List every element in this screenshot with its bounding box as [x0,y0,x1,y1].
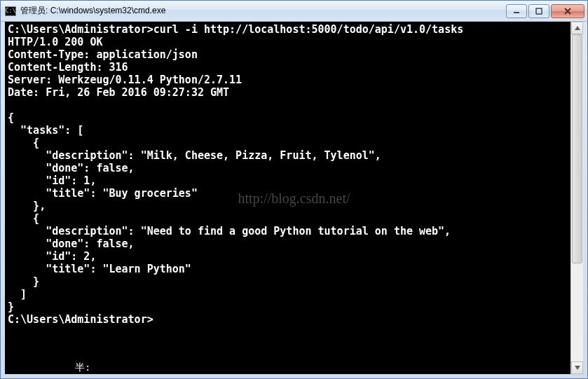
json-line: "id": 1, [8,174,96,187]
scroll-down-button[interactable] [571,361,583,374]
svg-marker-5 [575,366,580,370]
json-line: }, [8,200,46,212]
svg-rect-1 [536,8,542,14]
minimize-button[interactable] [506,4,527,18]
close-button[interactable] [551,4,584,18]
json-line: "done": false, [8,237,135,250]
json-line: } [8,301,14,313]
scrollbar-thumb[interactable] [572,34,582,263]
scroll-up-button[interactable] [571,22,583,34]
window-controls [506,4,584,18]
json-line: "title": "Buy groceries" [8,187,198,200]
cmd-window: C:\ 管理员: C:\windows\system32\cmd.exe C:\… [0,0,588,379]
json-line: { [8,212,39,225]
maximize-button[interactable] [528,4,549,18]
window-title: 管理员: C:\windows\system32\cmd.exe [20,5,506,17]
close-icon [563,8,572,15]
json-line: { [8,111,14,124]
svg-marker-4 [575,26,580,30]
json-line: "description": "Milk, Cheese, Pizza, Fru… [8,149,381,162]
json-line: "done": false, [8,162,135,174]
json-line: "tasks": [ [8,124,83,137]
vertical-scrollbar[interactable] [570,22,583,374]
json-line: { [8,137,39,149]
header-server: Server: Werkzeug/0.11.4 Python/2.7.11 [8,74,242,86]
maximize-icon [535,8,542,15]
chevron-up-icon [575,26,580,30]
prompt: C:\Users\Administrator> [8,23,153,36]
scrollbar-track[interactable] [571,34,583,361]
chevron-down-icon [575,366,580,370]
prompt: C:\Users\Administrator> [8,313,153,326]
ime-status: 半: [75,361,90,374]
minimize-icon [513,8,520,15]
json-line: } [8,275,39,288]
command-text: curl -i http://localhost:5000/todo/api/v… [153,23,464,36]
http-status-line: HTTP/1.0 200 OK [8,36,102,48]
json-line: "description": "Need to find a good Pyth… [8,225,451,237]
client-area: C:\Users\Administrator>curl -i http://lo… [5,22,583,374]
json-line: "title": "Learn Python" [8,263,191,275]
header-content-length: Content-Length: 316 [8,61,128,74]
cmd-icon: C:\ [5,6,16,16]
terminal-output[interactable]: C:\Users\Administrator>curl -i http://lo… [5,22,569,374]
titlebar[interactable]: C:\ 管理员: C:\windows\system32\cmd.exe [1,1,587,22]
json-line: ] [8,288,27,301]
header-content-type: Content-Type: application/json [8,48,198,61]
header-date: Date: Fri, 26 Feb 2016 09:27:32 GMT [8,86,229,99]
json-line: "id": 2, [8,250,96,263]
